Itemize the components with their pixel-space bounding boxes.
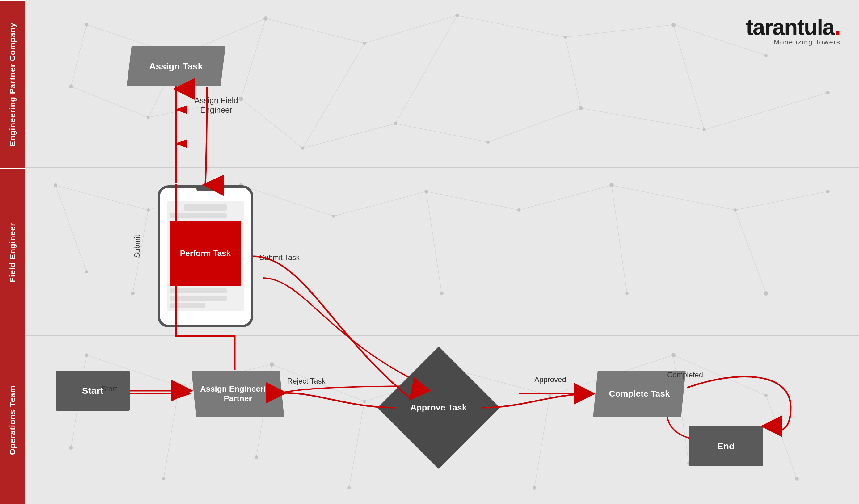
phone-notch bbox=[196, 186, 215, 192]
reject-task-label: Reject Task bbox=[287, 377, 326, 385]
logo: tarantula. Monetizing Towers bbox=[746, 12, 841, 46]
phone-bottom-bar-3 bbox=[170, 303, 206, 308]
content-area: tarantula. Monetizing Towers bbox=[25, 0, 859, 504]
logo-brand: tarantula. bbox=[746, 12, 841, 41]
approved-label: Approved bbox=[534, 375, 566, 384]
phone-red-area: Perform Task bbox=[170, 220, 241, 286]
phone-content-bar-1 bbox=[170, 213, 227, 218]
approve-task-diamond: Approve Task bbox=[377, 347, 500, 469]
phone-screen: Perform Task bbox=[167, 201, 244, 311]
phone-bottom-bar-2 bbox=[170, 296, 227, 301]
assign-engineering-partner-box: Assign Engineering Partner bbox=[192, 371, 284, 417]
swimlane-label-engineering: Engineering Partner Company bbox=[0, 0, 25, 168]
swimlane-labels: Engineering Partner Company Field Engine… bbox=[0, 0, 25, 504]
phone-bottom-bar-1 bbox=[170, 288, 227, 293]
start-arrow-label: Start bbox=[101, 384, 117, 393]
completed-label: Completed bbox=[667, 371, 703, 379]
submit-label: Submit bbox=[133, 235, 141, 258]
assign-task-box: Assign Task bbox=[127, 46, 225, 87]
main-layout: Engineering Partner Company Field Engine… bbox=[0, 0, 859, 504]
end-box: End bbox=[689, 426, 763, 466]
approve-task-label: Approve Task bbox=[410, 403, 467, 413]
start-box: Start bbox=[56, 371, 130, 411]
flow-container: Assign Task Assign Field Engineer Perfor… bbox=[25, 0, 859, 504]
swimlane-label-operations: Operations Team bbox=[0, 336, 25, 504]
phone-device: Perform Task bbox=[157, 185, 253, 327]
phone-top-bar bbox=[184, 204, 227, 211]
assign-field-engineer-label: Assign Field Engineer bbox=[185, 96, 247, 115]
submit-task-label: Submit Task bbox=[259, 253, 300, 262]
swimlane-label-field-engineer: Field Engineer bbox=[0, 168, 25, 336]
